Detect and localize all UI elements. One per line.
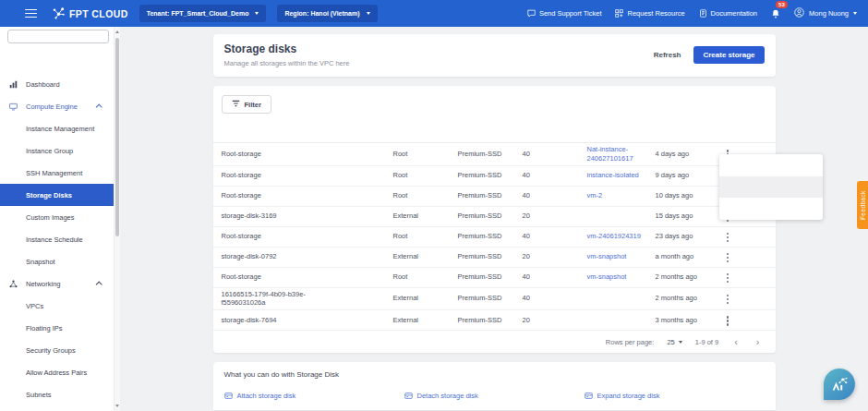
scroll-down-icon[interactable] [115, 405, 119, 407]
create-storage-button[interactable]: Create storage [693, 46, 764, 64]
kebab-menu-icon[interactable] [727, 320, 729, 322]
page-subtitle: Manage all storages within the VPC here [224, 59, 350, 67]
cell-name: storage-disk-3169 [222, 212, 329, 221]
sidebar-item-label: Security Groups [26, 346, 76, 355]
sidebar-item-label: Custom Images [26, 213, 75, 222]
cell-size: 40 [523, 294, 587, 303]
feedback-tab[interactable]: Feedback [857, 181, 868, 229]
sidebar-item-label: Instance Management [26, 125, 94, 133]
table-row: Root-storage Root Premium-SSD 40 instanc… [213, 166, 776, 187]
pagination-range: 1-9 of 9 [695, 338, 718, 346]
sidebar-item[interactable]: Instance Schedule [0, 228, 114, 250]
footer-action-link[interactable]: Detach storage disk [404, 392, 585, 400]
cell-storage-type: External [393, 252, 458, 261]
sidebar-item[interactable]: Subnets [0, 383, 114, 405]
caret-down-icon [367, 12, 370, 15]
sidebar-item[interactable]: Compute Engine [0, 95, 114, 117]
attached-instance-link[interactable]: Nat-instance-240627101617 [587, 145, 633, 163]
sidebar-item[interactable]: VPN Site-to-Site beta [0, 405, 114, 411]
attached-instance-link[interactable]: instance-isolated [587, 171, 639, 179]
attached-instance-link[interactable]: vm-snapshot [587, 252, 627, 260]
kebab-menu-icon[interactable] [727, 236, 729, 239]
sidebar-item-label: Allow Address Pairs [26, 369, 87, 377]
ai-assistant-button[interactable] [824, 369, 855, 400]
attached-instance-link[interactable]: vm-24061924319 [587, 232, 641, 240]
table-row: Root-storage Root Premium-SSD 40 vm-snap… [213, 268, 776, 288]
sidebar-item[interactable]: VPCs [0, 295, 114, 317]
sidebar-item[interactable]: Networking [0, 272, 114, 295]
tenant-selector[interactable]: Tenant: FPT_Smart_Cloud_Demo [139, 5, 267, 22]
sidebar-item[interactable]: Floating IPs [0, 317, 114, 339]
cell-storage-type: External [393, 294, 458, 303]
sidebar-item[interactable]: Dashboard [0, 73, 114, 95]
navbar-link[interactable]: Send Support Ticket [527, 9, 602, 18]
sidebar-item-icon [9, 103, 26, 111]
hamburger-menu-icon[interactable] [25, 9, 37, 18]
user-menu[interactable]: Mong Nuong [794, 7, 857, 19]
cell-storage-type: External [393, 316, 458, 325]
footer-action-link[interactable]: Expand storage disk [585, 392, 765, 400]
kebab-menu-icon[interactable] [727, 298, 729, 301]
kebab-menu-icon[interactable] [727, 277, 729, 280]
navbar-link[interactable]: Documentation [699, 9, 757, 18]
avatar-icon [794, 7, 804, 19]
scroll-up-icon[interactable] [115, 30, 119, 33]
filter-button[interactable]: Filter [222, 95, 271, 114]
table-row: Root-storage Root Premium-SSD 40 Nat-ins… [213, 143, 776, 166]
cell-storage-policy: Premium-SSD [458, 316, 523, 325]
sidebar-item-label: Snapshot [26, 258, 55, 266]
caret-down-icon [853, 12, 857, 15]
sidebar-item[interactable]: Storage Disks [0, 184, 114, 206]
page-header-card: Storage disks Manage all storages within… [213, 34, 776, 77]
cell-storage-policy: Premium-SSD [458, 191, 523, 200]
table-row: 16166515-179f-4b09-b39e-f5596031026a Ext… [213, 288, 776, 311]
sidebar-scope-select[interactable] [7, 30, 109, 43]
cell-created-at: 4 days ago [656, 150, 720, 159]
attached-instance-link[interactable]: vm-snapshot [587, 272, 627, 281]
cell-storage-policy: Premium-SSD [458, 171, 523, 180]
sidebar-item[interactable]: Instance Group [0, 139, 114, 162]
refresh-button[interactable]: Refresh [654, 51, 681, 59]
next-page-button[interactable]: › [753, 337, 763, 347]
user-name: Mong Nuong [809, 9, 849, 18]
cell-name: storage-disk-0792 [222, 252, 329, 261]
footer-action-link[interactable]: Attach storage disk [224, 392, 404, 400]
cell-created-at: 3 months ago [656, 316, 720, 325]
cell-storage-type: Root [393, 191, 458, 200]
cell-size: 40 [523, 171, 587, 180]
table-row: storage-disk-0792 External Premium-SSD 2… [213, 248, 776, 268]
menu-item[interactable] [719, 155, 823, 176]
caret-down-icon [255, 12, 259, 15]
sidebar-scrollbar[interactable] [114, 27, 120, 411]
prev-page-button[interactable]: ‹ [731, 337, 741, 347]
cell-created-at: 9 days ago [656, 171, 720, 180]
scrollbar-thumb[interactable] [115, 38, 119, 236]
rows-per-page-select[interactable]: 25 [667, 338, 681, 346]
menu-item[interactable] [719, 176, 823, 198]
sidebar-item[interactable]: Security Groups [0, 339, 114, 361]
cell-created-at: 10 days ago [656, 191, 720, 200]
cell-size: 40 [523, 232, 587, 241]
cell-storage-type: Root [393, 171, 458, 180]
storage-disk-icon [404, 392, 413, 400]
cell-storage-policy: Premium-SSD [458, 294, 523, 303]
notifications-button[interactable]: 53 [771, 6, 780, 22]
region-selector[interactable]: Region: Hanoi (Vietnam) [277, 5, 377, 22]
row-actions-menu [719, 154, 823, 220]
storage-disk-icon [224, 392, 233, 400]
sidebar-item[interactable]: Instance Management [0, 117, 114, 139]
chevron-icon [96, 104, 102, 110]
sidebar-item[interactable]: Custom Images [0, 206, 114, 228]
cell-size: 20 [523, 212, 587, 221]
navbar-link-icon [699, 9, 707, 18]
navbar-link[interactable]: Request Resource [615, 9, 684, 18]
sidebar-item[interactable]: Allow Address Pairs [0, 361, 114, 383]
cell-name: Root-storage [222, 272, 329, 282]
menu-item[interactable] [719, 198, 823, 219]
cell-name: Root-storage [222, 191, 329, 200]
kebab-menu-icon[interactable] [727, 257, 729, 260]
attached-instance-link[interactable]: vm-2 [587, 191, 603, 199]
sidebar-item[interactable]: Snapshot [0, 250, 114, 272]
sidebar-item[interactable]: SSH Management [0, 162, 114, 184]
cell-created-at: 15 days ago [656, 212, 720, 221]
